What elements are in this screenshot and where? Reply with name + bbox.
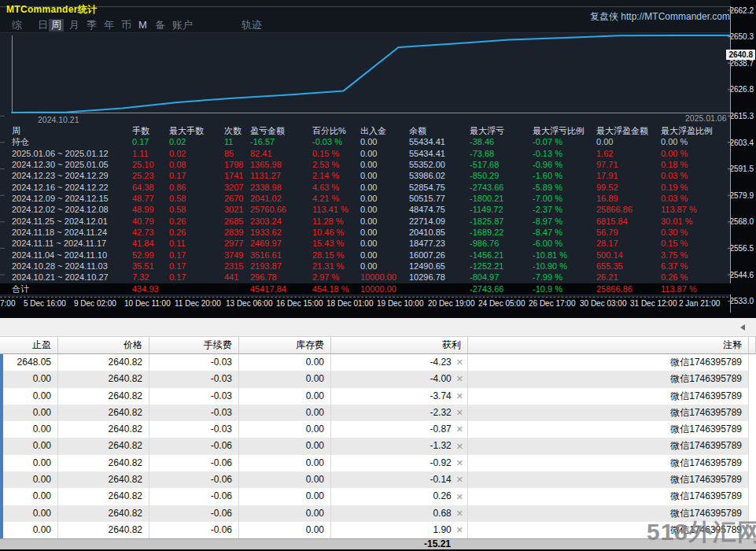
menu-item-币[interactable]: 币 — [121, 19, 131, 31]
stats-row[interactable]: 2024.10.28 ~ 2024.11.0335.510.1723152193… — [0, 261, 731, 272]
menu-item-月[interactable]: 月 — [69, 19, 79, 31]
top-divider — [0, 6, 756, 7]
stats-row[interactable]: 2025.01.06 ~ 2025.01.121.110.028582.410.… — [0, 148, 731, 159]
stats-row[interactable]: 持仓0.170.0211-16.57-0.03 %0.0055434.41-38… — [0, 136, 731, 147]
menu-item-日[interactable]: 日 — [38, 19, 48, 31]
trade-row[interactable]: 0.002640.82-0.060.000.26✕微信1746395789 — [0, 488, 756, 505]
header-cell-手续费[interactable]: 手续费 — [149, 337, 239, 354]
close-icon[interactable]: ✕ — [456, 425, 463, 434]
menu-item-年[interactable]: 年 — [104, 19, 114, 31]
hscroll-band[interactable] — [0, 318, 756, 337]
stats-row[interactable]: 2024.11.11 ~ 2024.11.1741.840.1129772469… — [0, 238, 731, 249]
cell-value: -0.07 % — [533, 136, 596, 147]
header-cell-库存费[interactable]: 库存费 — [239, 337, 331, 354]
trade-row[interactable]: 0.002640.82-0.030.00-0.87✕微信1746395789 — [0, 421, 756, 438]
stats-row[interactable]: 2024.12.16 ~ 2024.12.2264.380.8632072338… — [0, 182, 731, 193]
cell-value: 16.89 — [596, 193, 661, 204]
stats-header-cell[interactable]: 周 — [12, 125, 132, 136]
stats-header-cell[interactable]: 最大浮盈比例 — [661, 125, 731, 136]
stats-panel: MTCommander统计 复盘侠 http://MTCommander.com… — [0, 0, 756, 318]
close-icon[interactable]: ✕ — [456, 358, 463, 367]
trade-row[interactable]: 2648.052640.82-0.030.00-4.23✕微信174639578… — [0, 354, 756, 371]
stats-header-cell[interactable]: 最大浮盈金额 — [596, 125, 661, 136]
stats-row[interactable]: 2024.11.25 ~ 2024.12.0140.790.2626852303… — [0, 216, 731, 227]
cell-commission: -0.03 — [149, 388, 239, 405]
stats-header-cell[interactable]: 手数 — [132, 125, 169, 136]
stats-row[interactable]: 合计434.9345417.84454.18 %10000.00-2743.66… — [0, 283, 731, 294]
menu-item-账户[interactable]: 账户 — [172, 19, 193, 31]
profit-value: 1.90 — [433, 522, 451, 538]
cell-value: -1.60 % — [533, 170, 596, 181]
stats-row[interactable]: 2024.10.21 ~ 2024.10.277.320.17441296.78… — [0, 272, 731, 283]
header-cell-止盈[interactable]: 止盈 — [0, 337, 58, 354]
menu-item-综[interactable]: 综 — [12, 19, 22, 31]
cell-value: 0.18 % — [661, 159, 731, 170]
menu-item-备[interactable]: 备 — [155, 19, 165, 31]
trade-row[interactable]: 0.002640.82-0.060.00-0.14✕微信1746395789 — [0, 471, 756, 488]
stats-header-cell[interactable]: 百分比% — [312, 125, 360, 136]
trade-row[interactable]: 0.002640.82-0.060.00-0.92✕微信1746395789 — [0, 455, 756, 471]
menu-item-周[interactable]: 周 — [49, 19, 64, 31]
cell-value: 16007.26 — [409, 250, 470, 261]
close-icon[interactable]: ✕ — [456, 526, 463, 534]
close-icon[interactable]: ✕ — [456, 459, 463, 468]
trade-row[interactable]: 0.002640.82-0.060.001.90✕微信1746395789 — [0, 522, 756, 538]
cell-value: -10.81 % — [533, 250, 596, 261]
scroll-left-arrow-icon[interactable] — [740, 324, 745, 331]
stats-header-cell[interactable]: 最大手数 — [169, 125, 224, 136]
close-icon[interactable]: ✕ — [456, 475, 463, 484]
stats-row[interactable]: 2024.12.23 ~ 2024.12.2925.230.1717411131… — [0, 170, 731, 181]
stats-header-cell[interactable]: 最大浮亏比例 — [533, 125, 596, 136]
cell-value: -2.37 % — [533, 204, 596, 215]
cell-value: 0.00 — [596, 136, 661, 147]
close-icon[interactable]: ✕ — [456, 392, 463, 401]
stats-row[interactable]: 2024.11.18 ~ 2024.11.2442.730.2628391933… — [0, 227, 731, 238]
close-icon[interactable]: ✕ — [456, 409, 463, 417]
time-axis-label: 19 Dec 10:00 — [377, 299, 424, 308]
price-label: 2603.4 — [729, 139, 754, 147]
menu-item-M[interactable]: M — [138, 19, 147, 31]
header-cell-获利[interactable]: 获利 — [331, 337, 468, 354]
brand-link[interactable]: 复盘侠 http://MTCommander.com — [590, 10, 730, 24]
close-icon[interactable]: ✕ — [456, 493, 463, 501]
cell-profit: -3.74✕ — [331, 388, 468, 405]
close-icon[interactable]: ✕ — [456, 442, 463, 451]
cell-value: 26.21 — [596, 272, 661, 283]
stats-row[interactable]: 2024.12.09 ~ 2024.12.1548.770.5826702041… — [0, 193, 731, 204]
stats-header-cell[interactable]: 出入金 — [360, 125, 409, 136]
cell-period: 2024.10.21 ~ 2024.10.27 — [12, 272, 132, 283]
time-axis-label: 10 Dec 11:00 — [124, 299, 171, 308]
stats-row[interactable]: 2024.11.04 ~ 2024.11.1052.990.1737493516… — [0, 250, 731, 261]
stats-header-cell[interactable]: 余额 — [409, 125, 470, 136]
cell-swap: 0.00 — [239, 438, 331, 454]
trade-row[interactable]: 0.002640.82-0.030.00-4.00✕微信1746395789 — [0, 371, 756, 387]
cell-value: 52854.75 — [409, 182, 470, 193]
cell-comment: 微信1746395789 — [468, 354, 749, 371]
close-icon[interactable]: ✕ — [456, 509, 463, 518]
cell-price: 2640.82 — [58, 388, 149, 405]
cell-value: -0.03 % — [312, 136, 360, 147]
menu-item-季[interactable]: 季 — [87, 19, 97, 31]
cell-value: -1800.21 — [470, 193, 533, 204]
header-cell-价格[interactable]: 价格 — [58, 337, 149, 354]
stats-header-cell[interactable]: 最大浮亏 — [470, 125, 533, 136]
close-icon[interactable]: ✕ — [456, 375, 463, 383]
cell-period: 2024.11.11 ~ 2024.11.17 — [12, 238, 132, 249]
cell-price: 2640.82 — [58, 488, 149, 505]
cell-value: 113.87 % — [661, 283, 731, 294]
stats-row[interactable]: 2024.12.30 ~ 2025.01.0525.100.0817981365… — [0, 159, 731, 170]
stats-header-cell[interactable]: 次数 — [224, 125, 250, 136]
stats-header-cell[interactable]: 盈亏金额 — [250, 125, 312, 136]
watermark: 518外汇网 — [647, 516, 756, 549]
cell-value: 53986.02 — [409, 170, 470, 181]
header-cell-注释[interactable]: 注释 — [468, 337, 749, 354]
cell-value: -16.57 — [250, 136, 312, 147]
menu-item-轨迹[interactable]: 轨迹 — [242, 19, 262, 31]
cell-value: 50515.77 — [409, 193, 470, 204]
trade-row[interactable]: 0.002640.82-0.030.00-3.74✕微信1746395789 — [0, 388, 756, 405]
stats-row[interactable]: 2024.12.02 ~ 2024.12.0848.990.5830212576… — [0, 204, 731, 215]
trade-row[interactable]: 0.002640.82-0.060.00-1.32✕微信1746395789 — [0, 438, 756, 454]
trade-row[interactable]: 0.002640.82-0.030.00-2.32✕微信1746395789 — [0, 405, 756, 421]
cell-value: 25866.86 — [596, 204, 661, 215]
trade-row[interactable]: 0.002640.82-0.060.000.68✕微信1746395789 — [0, 505, 756, 522]
